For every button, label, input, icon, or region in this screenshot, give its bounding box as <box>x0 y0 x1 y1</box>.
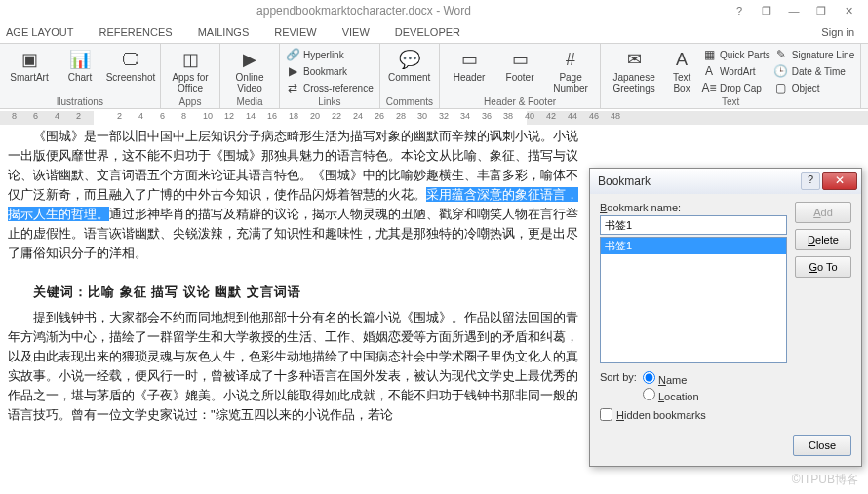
group-header-footer: ▭Header ▭Footer #Page Number Header & Fo… <box>440 44 601 108</box>
wordart-button[interactable]: AWordArt <box>702 63 770 79</box>
keywords-line[interactable]: 关键词：比喻 象征 描写 议论 幽默 文言词语 <box>8 283 583 302</box>
tab-references[interactable]: REFERENCES <box>97 24 174 40</box>
tab-view[interactable]: VIEW <box>340 24 372 40</box>
document-page[interactable]: 《围城》是一部以旧中国中上层知识分子病态畸形生活为描写对象的幽默而辛辣的讽刺小说… <box>8 127 583 487</box>
dialog-title: Bookmark <box>598 174 651 188</box>
apps-icon: ◫ <box>179 49 201 70</box>
greetings-button[interactable]: ✉Japanese Greetings <box>607 47 661 95</box>
tab-page-layout[interactable]: AGE LAYOUT <box>4 24 75 40</box>
hyperlink-button[interactable]: 🔗Hyperlink <box>286 47 374 62</box>
ribbon-display-button[interactable]: ❐ <box>755 5 778 18</box>
page-number-icon: # <box>560 49 581 70</box>
goto-button[interactable]: Go To <box>795 256 851 278</box>
dialog-titlebar[interactable]: Bookmark ? ✕ <box>590 169 861 194</box>
tab-review[interactable]: REVIEW <box>272 24 318 40</box>
bookmark-list-item[interactable]: 书签1 <box>601 238 786 254</box>
bookmark-name-input[interactable] <box>600 215 787 235</box>
group-illustrations: ▣SmartArt 📊Chart 🖵Screenshot llustration… <box>0 44 161 108</box>
smartart-button[interactable]: ▣SmartArt <box>6 47 53 85</box>
datetime-icon: 🕒 <box>774 64 788 78</box>
wordart-icon: A <box>702 64 716 78</box>
comment-button[interactable]: 💬Comment <box>386 47 433 85</box>
ribbon-tabs: AGE LAYOUT REFERENCES MAILINGS REVIEW VI… <box>0 21 868 43</box>
bookmark-button[interactable]: ▶Bookmark <box>286 63 374 79</box>
crossref-icon: ⇄ <box>286 81 299 95</box>
datetime-button[interactable]: 🕒Date & Time <box>774 63 855 79</box>
textbox-button[interactable]: AText Box <box>665 47 698 95</box>
tab-mailings[interactable]: MAILINGS <box>196 24 252 40</box>
footer-icon: ▭ <box>509 49 531 70</box>
group-text: ✉Japanese Greetings AText Box ▦Quick Par… <box>601 44 861 108</box>
dropcap-icon: A≡ <box>702 81 716 95</box>
bookmark-list[interactable]: 书签1 <box>600 237 787 363</box>
paragraph[interactable]: 《围城》是一部以旧中国中上层知识分子病态畸形生活为描写对象的幽默而辛辣的讽刺小说… <box>8 127 583 263</box>
sort-location-radio[interactable]: Location <box>643 388 699 402</box>
dialog-close-button[interactable]: ✕ <box>822 172 857 190</box>
title-bar: appendbookmarktocharacter.docx - Word ? … <box>0 0 868 21</box>
help-button[interactable]: ? <box>728 5 751 18</box>
close-button[interactable]: ✕ <box>837 5 860 18</box>
chart-button[interactable]: 📊Chart <box>57 47 103 85</box>
window-buttons: ? ❐ — ❐ ✕ <box>728 5 868 18</box>
ribbon: ▣SmartArt 📊Chart 🖵Screenshot llustration… <box>0 43 868 109</box>
object-icon: ▢ <box>774 81 788 95</box>
hidden-bookmarks-label: Hidden bookmarks <box>616 409 706 421</box>
apps-button[interactable]: ◫Apps for Office <box>167 47 214 95</box>
comment-icon: 💬 <box>399 49 420 70</box>
crossref-button[interactable]: ⇄Cross-reference <box>286 80 374 95</box>
page-number-button[interactable]: #Page Number <box>547 47 594 95</box>
screenshot-icon: 🖵 <box>120 49 141 70</box>
watermark: ©ITPUB博客 <box>792 472 858 488</box>
paragraph[interactable]: 提到钱钟书，大家都会不约而同地想到他那部十分有名的长篇小说《围城》。作品以留法回… <box>8 308 583 425</box>
header-icon: ▭ <box>458 49 480 70</box>
quickparts-icon: ▦ <box>702 48 716 61</box>
delete-button[interactable]: Delete <box>795 229 851 250</box>
smartart-icon: ▣ <box>19 49 40 70</box>
close-dialog-button[interactable]: Close <box>793 435 851 456</box>
video-icon: ▶ <box>239 49 260 70</box>
greetings-icon: ✉ <box>623 49 645 70</box>
sign-in-link[interactable]: Sign in <box>821 26 864 38</box>
group-comments: 💬Comment Comments <box>380 44 440 108</box>
footer-button[interactable]: ▭Footer <box>496 47 543 85</box>
bookmark-dialog: Bookmark ? ✕ Bookmark name: 书签1 Add Dele… <box>589 168 862 467</box>
dialog-help-button[interactable]: ? <box>801 172 820 190</box>
signature-icon: ✎ <box>774 48 788 61</box>
object-button[interactable]: ▢Object <box>774 80 855 95</box>
group-links: 🔗Hyperlink ▶Bookmark ⇄Cross-reference Li… <box>280 44 380 108</box>
signature-button[interactable]: ✎Signature Line <box>774 47 855 62</box>
bookmark-icon: ▶ <box>286 64 299 78</box>
group-media: ▶Online Video Media <box>220 44 280 108</box>
video-button[interactable]: ▶Online Video <box>226 47 273 95</box>
tab-developer[interactable]: DEVELOPER <box>393 24 462 40</box>
sort-name-radio[interactable]: Name <box>643 371 699 386</box>
hidden-bookmarks-checkbox[interactable] <box>600 408 612 421</box>
quickparts-button[interactable]: ▦Quick Parts <box>702 47 770 62</box>
minimize-button[interactable]: — <box>782 5 806 18</box>
window-title: appendbookmarktocharacter.docx - Word <box>0 4 728 18</box>
group-apps: ◫Apps for Office Apps <box>161 44 220 108</box>
header-button[interactable]: ▭Header <box>446 47 493 85</box>
add-button: Add <box>795 202 851 223</box>
chart-icon: 📊 <box>69 49 91 70</box>
horizontal-ruler[interactable]: 8642246810121416182022242628303234363840… <box>0 109 868 127</box>
textbox-icon: A <box>671 49 692 70</box>
dropcap-button[interactable]: A≡Drop Cap <box>702 80 770 95</box>
link-icon: 🔗 <box>286 48 299 61</box>
screenshot-button[interactable]: 🖵Screenshot <box>107 47 154 85</box>
sort-by-label: Sort by: <box>600 371 637 383</box>
group-symbols: πEquation ΩSymbol №Number Symbols <box>861 44 868 108</box>
restore-button[interactable]: ❐ <box>809 5 833 18</box>
